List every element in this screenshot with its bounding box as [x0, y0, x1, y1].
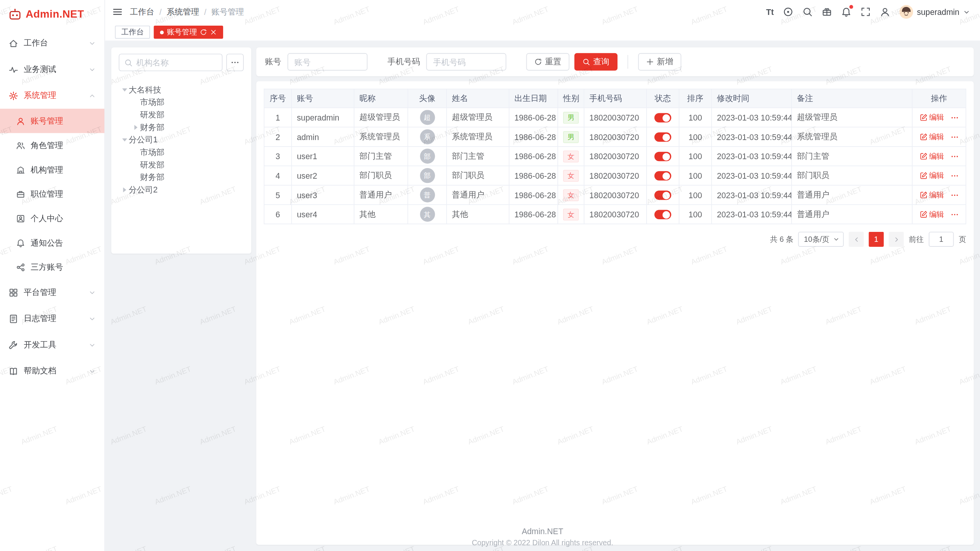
- status-toggle[interactable]: [654, 132, 671, 142]
- tree-node-7[interactable]: 财务部: [119, 171, 244, 184]
- sidebar-item-position-management[interactable]: 职位管理: [0, 182, 105, 206]
- close-icon[interactable]: [210, 29, 217, 36]
- edit-button[interactable]: 编辑: [920, 112, 944, 123]
- caret-icon[interactable]: [120, 186, 129, 194]
- tree-node-label: 财务部: [140, 122, 165, 133]
- footer-title: Admin.NET: [105, 527, 980, 536]
- page-unit-label: 页: [959, 234, 966, 245]
- search-icon[interactable]: [802, 7, 812, 17]
- phone-input[interactable]: [426, 53, 506, 71]
- cell-time: 2023-01-03 10:59:44: [712, 166, 792, 185]
- theme-icon[interactable]: [822, 7, 832, 17]
- profile-icon[interactable]: [880, 7, 890, 17]
- chevron-down-icon: [89, 368, 96, 375]
- edit-button[interactable]: 编辑: [920, 190, 944, 201]
- reset-button[interactable]: 重置: [526, 53, 570, 71]
- component-size-icon[interactable]: [783, 7, 793, 17]
- menu-toggle-icon[interactable]: [113, 7, 122, 17]
- sidebar-item-personal-center[interactable]: 个人中心: [0, 206, 105, 231]
- search-button[interactable]: 查询: [574, 53, 617, 71]
- caret-icon[interactable]: [120, 135, 129, 144]
- chevron-down-icon: [89, 315, 96, 322]
- col-header-account: 账号: [292, 89, 354, 108]
- sidebar-item-notice-announcement[interactable]: 通知公告: [0, 230, 105, 255]
- fullscreen-icon[interactable]: [861, 7, 871, 17]
- gender-tag: 女: [563, 170, 579, 181]
- caret-icon[interactable]: [120, 86, 129, 95]
- cell-account: user2: [292, 166, 354, 185]
- cell-account: user4: [292, 205, 354, 224]
- next-page-button[interactable]: [889, 232, 904, 247]
- status-toggle[interactable]: [654, 152, 671, 161]
- edit-button[interactable]: 编辑: [920, 151, 944, 161]
- cell-phone: 18020030720: [584, 205, 647, 224]
- col-header-birth: 出生日期: [509, 89, 558, 108]
- status-toggle[interactable]: [654, 113, 671, 122]
- status-toggle[interactable]: [654, 191, 671, 200]
- sidebar-item-log-management[interactable]: 日志管理: [0, 305, 105, 332]
- font-size-icon[interactable]: Tt: [766, 7, 774, 16]
- page-size-select[interactable]: 10条/页: [798, 232, 844, 247]
- tree-node-0[interactable]: 大名科技: [119, 84, 244, 96]
- position-icon: [16, 190, 25, 199]
- cell-phone: 18020030720: [584, 185, 647, 205]
- more-actions-button[interactable]: [950, 171, 958, 179]
- sidebar-item-org-management[interactable]: 机构管理: [0, 157, 105, 182]
- log-icon: [9, 314, 18, 323]
- tree-node-8[interactable]: 分公司2: [119, 184, 244, 196]
- share-icon: [16, 263, 25, 272]
- tree-node-5[interactable]: 市场部: [119, 146, 244, 159]
- gender-tag: 女: [563, 189, 579, 201]
- add-button[interactable]: 新增: [638, 53, 681, 71]
- edit-button[interactable]: 编辑: [920, 209, 944, 220]
- tree-more-button[interactable]: [226, 54, 244, 71]
- tree-node-4[interactable]: 分公司1: [119, 134, 244, 146]
- sidebar-item-role-management[interactable]: 角色管理: [0, 133, 105, 158]
- sidebar-item-account-management[interactable]: 账号管理: [0, 109, 105, 133]
- notification-bell-icon[interactable]: [841, 7, 851, 17]
- sidebar-item-system-management[interactable]: 系统管理: [0, 83, 105, 109]
- sidebar-item-third-party-account[interactable]: 三方账号: [0, 255, 105, 279]
- tab-workbench[interactable]: 工作台: [115, 26, 150, 39]
- more-actions-button[interactable]: [950, 210, 958, 218]
- cell-name: 其他: [447, 205, 509, 224]
- status-toggle[interactable]: [654, 210, 671, 219]
- sidebar-item-platform-management[interactable]: 平台管理: [0, 279, 105, 306]
- tree-node-1[interactable]: 市场部: [119, 96, 244, 109]
- user-menu[interactable]: superadmin: [899, 5, 970, 19]
- avatar: [899, 5, 913, 19]
- tabs-bar: 工作台 账号管理: [105, 24, 980, 41]
- goto-page-input[interactable]: [929, 232, 954, 247]
- org-search-field[interactable]: [119, 54, 222, 71]
- org-search-input[interactable]: [136, 58, 217, 67]
- more-actions-button[interactable]: [950, 113, 958, 121]
- cell-order: 100: [679, 205, 712, 224]
- cell-status: [647, 127, 679, 147]
- table-row: 2admin系统管理员系系统管理员1986-06-28男180200307201…: [264, 127, 966, 147]
- tree-node-3[interactable]: 财务部: [119, 121, 244, 134]
- page-1-button[interactable]: 1: [869, 232, 884, 247]
- row-avatar: 部: [420, 168, 434, 183]
- more-actions-button[interactable]: [950, 191, 958, 199]
- more-actions-button[interactable]: [950, 152, 958, 160]
- edit-button[interactable]: 编辑: [920, 170, 944, 181]
- sidebar-item-workbench[interactable]: 工作台: [0, 30, 105, 56]
- edit-button[interactable]: 编辑: [920, 132, 944, 142]
- tree-node-6[interactable]: 研发部: [119, 159, 244, 171]
- breadcrumb-item-system[interactable]: 系统管理: [167, 6, 199, 17]
- tree-node-2[interactable]: 研发部: [119, 109, 244, 121]
- prev-page-button[interactable]: [849, 232, 864, 247]
- goto-label: 前往: [909, 234, 924, 245]
- status-toggle[interactable]: [654, 171, 671, 180]
- caret-icon[interactable]: [131, 123, 140, 132]
- account-input[interactable]: [287, 53, 368, 71]
- cell-ops: 编辑: [912, 127, 966, 147]
- sidebar-item-dev-tools[interactable]: 开发工具: [0, 332, 105, 358]
- breadcrumb-item-workbench[interactable]: 工作台: [130, 6, 155, 17]
- cell-time: 2023-01-03 10:59:44: [712, 108, 792, 127]
- more-actions-button[interactable]: [950, 133, 958, 141]
- tab-account-management[interactable]: 账号管理: [154, 26, 223, 39]
- sidebar-item-business-test[interactable]: 业务测试: [0, 56, 105, 83]
- refresh-icon[interactable]: [200, 29, 207, 36]
- sidebar-item-help-docs[interactable]: 帮助文档: [0, 358, 105, 385]
